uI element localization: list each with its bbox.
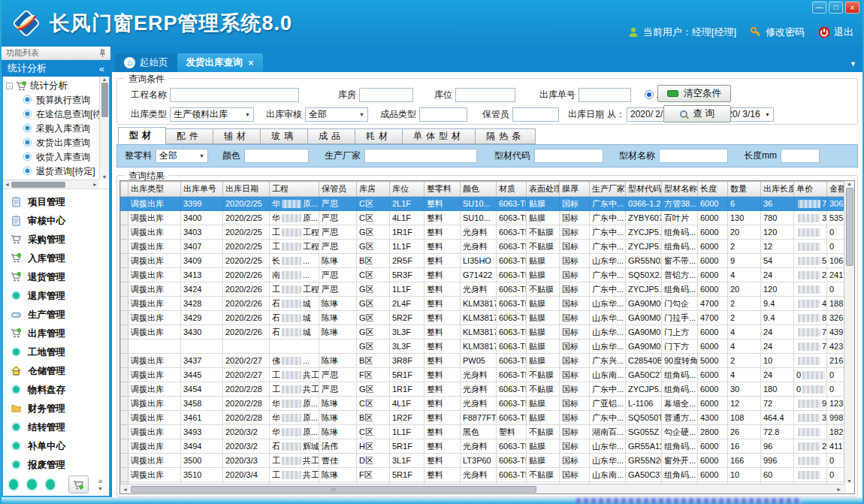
close-button[interactable]: × bbox=[845, 2, 859, 14]
table-row[interactable]: 调拨出库34292020/2/26石城陈琳G区5R2F整料KLM38176063… bbox=[121, 311, 845, 325]
table-row[interactable]: 调拨出库34302020/2/26石城陈琳G区3L3F整料KLM38176063… bbox=[121, 325, 845, 340]
column-header[interactable]: 整零料 bbox=[424, 182, 461, 197]
table-row[interactable]: 调拨出库34282020/2/26石城陈琳G区2L4F整料KLM38176063… bbox=[121, 297, 845, 311]
warehouse-input[interactable] bbox=[359, 88, 413, 102]
whole-piece-select[interactable]: 全部▼ bbox=[156, 149, 208, 163]
scroll-left-icon[interactable]: ◄ bbox=[122, 487, 128, 492]
column-header[interactable]: 保管员 bbox=[319, 182, 357, 197]
material-tab-1[interactable]: 配件 bbox=[166, 128, 213, 144]
table-row[interactable]: 调拨出库34582020/2/28华原...陈琳C区4L1F整料光身料6063-… bbox=[121, 397, 845, 411]
table-row[interactable]: 调拨出库34452020/2/27工共工程严思F区5R1F整料光身料6063-T… bbox=[121, 368, 845, 382]
scroll-down-icon[interactable]: ▼ bbox=[102, 174, 107, 180]
scrollbar-thumb[interactable] bbox=[846, 188, 853, 266]
table-row[interactable]: 调拨出库34242020/2/26工工程严思G区1L1F整料光身料6063-T5… bbox=[121, 282, 845, 297]
module-item-10[interactable]: 物料盘存 bbox=[3, 381, 109, 400]
module-item-7[interactable]: 出库管理 bbox=[3, 324, 109, 343]
tab-close-icon[interactable]: × bbox=[249, 58, 254, 68]
module-item-6[interactable]: 生产管理 bbox=[3, 306, 109, 324]
column-header[interactable]: 金额 bbox=[827, 182, 845, 197]
pin-icon[interactable] bbox=[99, 49, 106, 57]
scrollbar-thumb[interactable] bbox=[101, 83, 108, 117]
sidebar-section-header[interactable]: 统计分析 « bbox=[2, 60, 110, 77]
column-header[interactable]: 出库单号 bbox=[181, 182, 223, 197]
table-row[interactable]: G区3L3F整料KLM38176063-T5贴膜国标山东华...GA90M09.… bbox=[121, 340, 845, 354]
module-item-1[interactable]: 审核中心 bbox=[3, 212, 109, 231]
column-header[interactable]: 库位 bbox=[390, 182, 424, 197]
outbound-type-select[interactable]: 生产领料出库▼ bbox=[170, 107, 254, 122]
scroll-right-icon[interactable]: ► bbox=[92, 182, 98, 187]
tree-item-2[interactable]: 采购入库查询 bbox=[6, 122, 97, 136]
tab-overflow-icon[interactable]: ▼ bbox=[850, 60, 856, 68]
column-header[interactable]: 工程 bbox=[270, 182, 319, 197]
audit-select[interactable]: 全部▼ bbox=[305, 107, 368, 122]
location-input[interactable] bbox=[455, 88, 515, 102]
column-header[interactable]: 膜厚 bbox=[560, 182, 590, 197]
module-item-2[interactable]: 采购管理 bbox=[3, 231, 109, 249]
project-name-input[interactable] bbox=[170, 88, 299, 102]
maximize-button[interactable]: □ bbox=[829, 2, 843, 14]
product-type-input[interactable] bbox=[419, 107, 467, 122]
scroll-up-icon[interactable]: ▲ bbox=[102, 77, 107, 82]
search-button[interactable]: 查 询 bbox=[663, 105, 731, 122]
scrollbar-thumb[interactable]: ||| bbox=[131, 486, 536, 493]
length-input[interactable] bbox=[781, 149, 820, 163]
tree-item-0[interactable]: 预算执行查询 bbox=[6, 93, 97, 107]
column-header[interactable]: 库房 bbox=[357, 182, 390, 197]
module-item-13[interactable]: 补单中心 bbox=[3, 437, 109, 456]
table-row[interactable]: 调拨出库34942020/3/2石辉城汤伟H区5R1F整料光身料6063-T5贴… bbox=[121, 439, 845, 454]
module-item-14[interactable]: 报废管理 bbox=[3, 456, 109, 473]
overflow-button[interactable]: » ▼ bbox=[98, 478, 103, 492]
clear-conditions-button[interactable]: 清空条件 bbox=[657, 85, 731, 102]
tree-horizontal-scrollbar[interactable]: ◄ ► bbox=[3, 180, 99, 189]
tree-item-3[interactable]: 发货出库查询 bbox=[6, 136, 97, 150]
table-row[interactable]: 调拨出库34612020/2/28华原...陈琳B区1R2F整料F8877FT6… bbox=[121, 411, 845, 425]
module-item-9[interactable]: 仓储管理 bbox=[3, 362, 109, 381]
column-header[interactable]: 型材代码 bbox=[626, 182, 662, 197]
table-row[interactable]: 调拨出库34542020/2/28工共工程严思G区1R1F整料光身料6063-T… bbox=[121, 382, 845, 397]
column-header[interactable]: 单价 bbox=[794, 182, 827, 197]
module-item-11[interactable]: 财务管理 bbox=[3, 400, 109, 418]
order-no-input[interactable] bbox=[579, 88, 631, 102]
material-tab-2[interactable]: 辅材 bbox=[213, 128, 261, 144]
module-item-4[interactable]: 退货管理 bbox=[3, 268, 109, 287]
color-input[interactable] bbox=[244, 149, 309, 163]
table-row[interactable]: 调拨出库34002020/2/25华原...严思C区4L1F整料SU10...6… bbox=[121, 211, 845, 225]
material-tab-0[interactable]: 型材 bbox=[118, 127, 166, 144]
material-tab-7[interactable]: 隔热条 bbox=[476, 128, 536, 144]
material-tab-3[interactable]: 玻璃 bbox=[261, 128, 308, 144]
column-header[interactable]: 型材名称 bbox=[662, 182, 698, 197]
scroll-left-icon[interactable]: ◄ bbox=[5, 182, 10, 187]
column-header[interactable]: 出库长度 bbox=[761, 182, 794, 197]
module-item-5[interactable]: 退库管理 bbox=[3, 287, 109, 306]
material-tab-5[interactable]: 耗材 bbox=[355, 128, 403, 144]
tree-root[interactable]: - 统计分析 bbox=[6, 79, 97, 93]
module-dot-icon[interactable] bbox=[9, 479, 18, 490]
tree-vertical-scrollbar[interactable]: ▲ ▼ bbox=[99, 77, 109, 180]
profile-name-input[interactable] bbox=[659, 149, 728, 163]
grid-vertical-scrollbar[interactable]: ▲ ▼ bbox=[844, 181, 854, 484]
profile-code-input[interactable] bbox=[534, 149, 603, 163]
column-header[interactable]: 表面处理 bbox=[527, 182, 560, 197]
scroll-right-icon[interactable]: ► bbox=[836, 487, 841, 492]
material-tab-6[interactable]: 单体型材 bbox=[403, 128, 476, 144]
column-header[interactable]: 出库类型 bbox=[128, 182, 181, 197]
change-password-button[interactable]: 修改密码 bbox=[750, 26, 805, 39]
collapse-icon[interactable]: « bbox=[99, 63, 104, 74]
tree-expander-icon[interactable]: - bbox=[6, 83, 13, 89]
table-row[interactable]: 调拨出库34092020/2/25长...陈琳B区2R5F整料LI35HO606… bbox=[121, 254, 845, 268]
minimize-button[interactable]: — bbox=[812, 2, 826, 14]
table-row[interactable]: 调拨出库35002020/3/3工共工程曹佳D区3L1F整料LT3P606063… bbox=[121, 454, 845, 468]
tree-item-4[interactable]: 收货入库查询 bbox=[6, 150, 97, 164]
module-dot-icon[interactable] bbox=[27, 479, 36, 490]
table-row[interactable]: 调拨出库33992020/2/25华原...严思C区2L1F整料SU10...6… bbox=[121, 197, 845, 211]
tree-item-5[interactable]: 退货查询[待定] bbox=[6, 164, 97, 179]
logout-button[interactable]: 退出 bbox=[818, 26, 853, 39]
table-row[interactable]: 调拨出库34372020/2/27佛...陈琳B区3R8F整料PW056063-… bbox=[121, 354, 845, 368]
tab-shipping-outbound-query[interactable]: 发货出库查询 × bbox=[177, 53, 263, 72]
table-row[interactable]: 调拨出库34032020/2/25工工程严思G区1R1F整料光身料6063-T5… bbox=[121, 225, 845, 240]
material-tab-4[interactable]: 成品 bbox=[308, 128, 355, 144]
grid-horizontal-scrollbar[interactable]: ◄ ||| ► bbox=[120, 484, 844, 493]
table-row[interactable]: 调拨出库35102020/3/4工共工程陈琳F区5R1F整料光身料6063-T5… bbox=[121, 468, 845, 482]
column-header[interactable]: 长度 bbox=[698, 182, 728, 197]
radio-industrial[interactable] bbox=[645, 90, 654, 99]
